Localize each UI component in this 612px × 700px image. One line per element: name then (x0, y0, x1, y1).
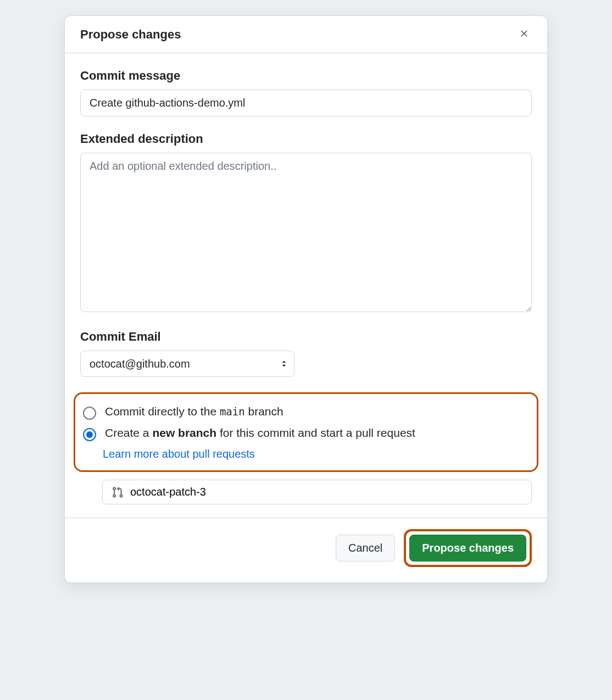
extended-description-input[interactable] (80, 153, 532, 312)
radio-commit-direct[interactable]: Commit directly to the main branch (81, 402, 531, 423)
radio-text: branch (245, 405, 283, 418)
branch-name-row (102, 480, 532, 504)
radio-icon (83, 407, 96, 420)
commit-message-label: Commit message (80, 69, 532, 83)
radio-text: Create a (105, 426, 152, 439)
cancel-button[interactable]: Cancel (336, 535, 395, 562)
propose-changes-highlight: Propose changes (404, 529, 532, 567)
git-pull-request-icon (112, 486, 124, 498)
radio-commit-direct-label: Commit directly to the main branch (105, 405, 283, 418)
dialog-header: Propose changes (65, 16, 547, 53)
radio-create-branch-label: Create a new branch for this commit and … (105, 426, 415, 440)
dialog-footer: Cancel Propose changes (65, 518, 547, 582)
extended-description-label: Extended description (80, 132, 532, 146)
commit-email-select[interactable]: octocat@github.com (80, 351, 294, 377)
radio-text-bold: new branch (152, 426, 216, 439)
learn-more-link[interactable]: Learn more about pull requests (103, 448, 255, 460)
commit-message-group: Commit message (80, 69, 532, 116)
commit-email-select-wrap: octocat@github.com (80, 351, 294, 377)
propose-changes-dialog: Propose changes Commit message Extended … (64, 15, 548, 583)
radio-icon (83, 428, 96, 441)
commit-email-group: Commit Email octocat@github.com (80, 330, 532, 377)
dialog-body: Commit message Extended description Comm… (65, 53, 547, 518)
branch-name-input[interactable] (130, 486, 522, 498)
branch-code: main (220, 405, 245, 418)
radio-create-branch[interactable]: Create a new branch for this commit and … (81, 423, 531, 445)
radio-text: for this commit and start a pull request (216, 426, 415, 439)
close-icon (519, 28, 530, 41)
extended-description-group: Extended description (80, 132, 532, 314)
branch-choice-section: Commit directly to the main branch Creat… (74, 392, 538, 472)
close-button[interactable] (516, 26, 532, 43)
dialog-title: Propose changes (80, 27, 181, 42)
commit-message-input[interactable] (80, 90, 532, 116)
propose-changes-button[interactable]: Propose changes (409, 535, 526, 562)
commit-email-label: Commit Email (80, 330, 532, 344)
radio-text: Commit directly to the (105, 405, 220, 418)
